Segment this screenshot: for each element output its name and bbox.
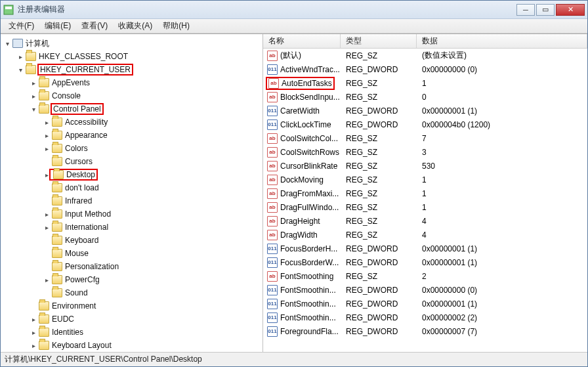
- tree-row[interactable]: ▸Colors: [1, 142, 262, 155]
- tree-row[interactable]: Personalization: [1, 260, 262, 273]
- string-value-icon: ab: [267, 202, 278, 213]
- value-row[interactable]: abAutoEndTasksREG_SZ1: [263, 76, 587, 90]
- value-row[interactable]: abCoolSwitchCol...REG_SZ7: [263, 131, 587, 145]
- chevron-down-icon[interactable]: ▾: [30, 106, 37, 113]
- tree-row[interactable]: Environment: [1, 299, 262, 313]
- value-name: CoolSwitchCol...: [280, 134, 338, 143]
- value-row[interactable]: abCoolSwitchRowsREG_SZ3: [263, 145, 587, 159]
- string-value-icon: ab: [267, 188, 278, 199]
- tree-row[interactable]: Infrared: [1, 194, 262, 207]
- value-data: 3: [417, 148, 587, 157]
- value-row[interactable]: 011CaretWidthREG_DWORD0x00000001 (1): [263, 104, 587, 118]
- titlebar[interactable]: 注册表编辑器 ─ ▭ ✕: [1, 1, 587, 19]
- string-value-icon: ab: [267, 92, 278, 102]
- tree-row[interactable]: ▸Appearance: [1, 129, 262, 142]
- value-type: REG_DWORD: [341, 299, 417, 309]
- value-row[interactable]: abCursorBlinkRateREG_SZ530: [263, 159, 587, 173]
- maximize-button[interactable]: ▭: [536, 4, 555, 16]
- column-name[interactable]: 名称: [263, 34, 341, 48]
- tree-row[interactable]: Mouse: [1, 247, 262, 260]
- value-row[interactable]: ab(默认)REG_SZ(数值未设置): [263, 49, 587, 62]
- folder-icon: [39, 341, 49, 350]
- tree-row[interactable]: Keyboard: [1, 234, 262, 247]
- value-row[interactable]: abDragFromMaxi...REG_SZ1: [263, 186, 587, 200]
- tree-row[interactable]: ▸International: [1, 221, 262, 234]
- tree-row-computer[interactable]: ▾ 计算机: [1, 37, 262, 50]
- tree-row[interactable]: ▸Identities: [1, 326, 262, 339]
- tree-row-controlpanel[interactable]: ▾ Control Panel: [1, 102, 262, 116]
- value-name: (默认): [280, 50, 301, 61]
- tree-label: Environment: [52, 301, 96, 311]
- tree-row[interactable]: Cursors: [1, 155, 262, 168]
- value-name: CursorBlinkRate: [280, 162, 337, 171]
- value-row[interactable]: 011ActiveWndTrac...REG_DWORD0x00000000 (…: [263, 62, 587, 76]
- value-row[interactable]: 011FontSmoothin...REG_DWORD0x00000001 (1…: [263, 297, 587, 311]
- value-data: 4: [417, 217, 587, 226]
- column-type[interactable]: 类型: [341, 34, 417, 48]
- value-row[interactable]: abBlockSendInpu...REG_SZ0: [263, 90, 587, 104]
- tree-row[interactable]: ▸EUDC: [1, 313, 262, 326]
- value-row[interactable]: abDragFullWindo...REG_SZ1: [263, 200, 587, 214]
- dword-value-icon: 011: [267, 299, 278, 309]
- chevron-right-icon[interactable]: ▸: [30, 93, 37, 100]
- chevron-down-icon[interactable]: ▾: [3, 40, 11, 47]
- folder-icon: [52, 196, 62, 205]
- menu-favorites[interactable]: 收藏夹(A): [113, 19, 158, 33]
- folder-icon: [39, 104, 49, 114]
- dword-value-icon: 011: [267, 313, 278, 323]
- menu-file[interactable]: 文件(F): [3, 19, 39, 33]
- value-name-cell: abCoolSwitchRows: [263, 147, 341, 158]
- value-row[interactable]: 011ForegroundFla...REG_DWORD0x00000007 (…: [263, 324, 587, 338]
- menu-view[interactable]: 查看(V): [76, 19, 113, 33]
- value-type: REG_DWORD: [341, 106, 417, 116]
- tree-label: Keyboard: [65, 236, 98, 245]
- value-row[interactable]: abFontSmoothingREG_SZ2: [263, 269, 587, 283]
- highlight-box: abAutoEndTasks: [266, 77, 335, 90]
- tree-row[interactable]: ▸Input Method: [1, 207, 262, 221]
- folder-icon: [39, 328, 49, 337]
- tree-row-hkcr[interactable]: ▸ HKEY_CLASSES_ROOT: [1, 50, 262, 63]
- tree-pane[interactable]: ▾ 计算机 ▸ HKEY_CLASSES_ROOT ▾ HKEY_CURRENT…: [1, 34, 263, 352]
- folder-icon: [26, 65, 36, 74]
- tree-label: HKEY_CURRENT_USER: [40, 65, 131, 74]
- value-data: 0x00000001 (1): [417, 244, 587, 253]
- column-data[interactable]: 数据: [417, 34, 587, 48]
- value-name: DockMoving: [280, 175, 324, 184]
- tree-row[interactable]: Sound: [1, 286, 262, 299]
- chevron-down-icon[interactable]: ▾: [16, 66, 24, 74]
- chevron-right-icon[interactable]: ▸: [16, 53, 24, 60]
- value-row[interactable]: 011FocusBorderW...REG_DWORD0x00000001 (1…: [263, 255, 587, 269]
- tree-label: AppEvents: [52, 78, 90, 87]
- tree-row[interactable]: ▸ Console: [1, 89, 262, 102]
- minimize-button[interactable]: ─: [516, 4, 535, 16]
- tree-row[interactable]: don't load: [1, 181, 262, 194]
- value-row[interactable]: 011FocusBorderH...REG_DWORD0x00000001 (1…: [263, 242, 587, 255]
- menu-edit[interactable]: 编辑(E): [39, 19, 76, 33]
- dword-value-icon: 011: [267, 119, 278, 130]
- value-name: FontSmoothin...: [280, 286, 336, 295]
- tree-row[interactable]: ▸PowerCfg: [1, 273, 262, 286]
- value-row[interactable]: 011FontSmoothin...REG_DWORD0x00000000 (0…: [263, 283, 587, 297]
- value-row[interactable]: abDragHeightREG_SZ4: [263, 214, 587, 228]
- menu-help[interactable]: 帮助(H): [158, 19, 195, 33]
- tree-label: Control Panel: [53, 104, 101, 114]
- tree-row-hkcu[interactable]: ▾ HKEY_CURRENT_USER: [1, 63, 262, 76]
- tree-row-desktop[interactable]: ▸ Desktop: [1, 168, 262, 181]
- tree-row[interactable]: ▸Keyboard Layout: [1, 339, 262, 352]
- folder-icon: [52, 157, 62, 166]
- values-list[interactable]: ab(默认)REG_SZ(数值未设置)011ActiveWndTrac...RE…: [263, 49, 587, 352]
- value-row[interactable]: 011ClickLockTimeREG_DWORD0x000004b0 (120…: [263, 118, 587, 131]
- value-data: (数值未设置): [417, 50, 587, 61]
- value-row[interactable]: 011FontSmoothin...REG_DWORD0x00000002 (2…: [263, 311, 587, 324]
- chevron-right-icon[interactable]: ▸: [30, 79, 37, 87]
- value-name-cell: abDragHeight: [263, 216, 341, 227]
- tree-row[interactable]: ▸ AppEvents: [1, 76, 262, 89]
- value-data: 0x00000001 (1): [417, 299, 587, 309]
- value-row[interactable]: abDockMovingREG_SZ1: [263, 173, 587, 186]
- value-row[interactable]: abDragWidthREG_SZ4: [263, 228, 587, 242]
- close-button[interactable]: ✕: [556, 4, 585, 16]
- folder-icon: [39, 314, 49, 324]
- folder-icon: [26, 52, 36, 61]
- folder-icon: [52, 209, 62, 219]
- tree-row[interactable]: ▸Accessibility: [1, 116, 262, 129]
